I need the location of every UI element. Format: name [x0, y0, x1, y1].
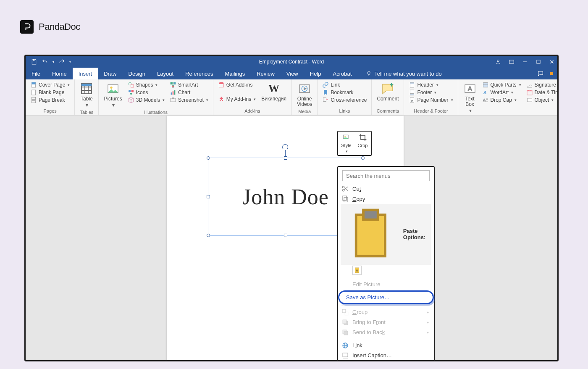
tell-me-label: Tell me what you want to do: [374, 71, 441, 77]
resize-handle[interactable]: [207, 156, 210, 160]
crop-button[interactable]: Crop: [354, 133, 371, 153]
wikipedia-icon: W: [267, 82, 281, 95]
smartart-button[interactable]: SmartArt: [168, 81, 210, 89]
menu-save-as-picture[interactable]: Save as Picture…: [338, 290, 434, 304]
pandadoc-logo-icon: [20, 20, 34, 34]
tab-mailings[interactable]: Mailings: [219, 68, 251, 79]
pictures-icon: [106, 82, 120, 95]
account-icon[interactable]: [495, 59, 501, 65]
scissors-icon: [341, 185, 349, 192]
header-button[interactable]: Header▾: [407, 81, 454, 89]
object-button[interactable]: Object▾: [525, 96, 559, 104]
tab-view[interactable]: View: [281, 68, 304, 79]
quick-parts-icon: [482, 82, 489, 88]
copy-icon: [341, 195, 349, 203]
undo-dropdown-icon[interactable]: ▾: [52, 60, 54, 64]
ribbon-display-icon[interactable]: [509, 59, 514, 65]
tab-acrobat[interactable]: Acrobat: [327, 68, 358, 79]
bookmark-button[interactable]: Bookmark: [321, 89, 368, 96]
tell-me-search[interactable]: Tell me what you want to do: [357, 68, 441, 79]
save-icon[interactable]: [31, 58, 37, 65]
chart-button[interactable]: Chart: [168, 89, 210, 96]
menu-wrap-text[interactable]: Wrap Text▸: [341, 361, 431, 361]
store-icon: [218, 82, 225, 88]
tab-references[interactable]: References: [179, 68, 219, 79]
menu-copy[interactable]: Copy: [341, 194, 431, 204]
resize-handle[interactable]: [284, 156, 287, 160]
svg-rect-25: [171, 82, 173, 84]
comment-icon[interactable]: [537, 70, 544, 77]
qat-customize-icon[interactable]: ▾: [69, 60, 71, 64]
maximize-icon[interactable]: [536, 59, 541, 65]
close-icon[interactable]: [549, 59, 555, 65]
tab-draw[interactable]: Draw: [98, 68, 122, 79]
page-number-button[interactable]: #Page Number▾: [407, 96, 454, 104]
comment-button[interactable]: Comment: [375, 81, 400, 108]
shapes-button[interactable]: Shapes▾: [126, 81, 166, 89]
svg-text:A: A: [356, 269, 358, 272]
context-menu: Cut Copy Paste Options: A Edit Picture: [337, 166, 435, 361]
tab-home[interactable]: Home: [46, 68, 73, 79]
rotate-handle[interactable]: [282, 144, 288, 150]
resize-handle[interactable]: [284, 234, 287, 237]
redo-icon[interactable]: [58, 58, 65, 65]
cross-reference-button[interactable]: Cross-reference: [321, 96, 368, 104]
footer-button[interactable]: Footer▾: [407, 89, 454, 96]
text-box-button[interactable]: A Text Box▾: [462, 81, 478, 115]
style-button[interactable]: Style▾: [338, 133, 354, 153]
blank-page-button[interactable]: Blank Page: [29, 89, 71, 96]
tab-insert[interactable]: Insert: [73, 68, 98, 79]
quick-parts-button[interactable]: Quick Parts▾: [481, 81, 522, 89]
my-addins-button[interactable]: My Add-ins▾: [217, 95, 257, 103]
tab-review[interactable]: Review: [251, 68, 281, 79]
menu-insert-caption[interactable]: Insert Caption…: [341, 351, 431, 361]
cross-ref-icon: [322, 97, 329, 103]
resize-handle[interactable]: [361, 156, 365, 160]
3d-models-button[interactable]: 3D Models▾: [126, 96, 166, 104]
resize-handle[interactable]: [207, 234, 210, 237]
screenshot-button[interactable]: Screenshot▾: [168, 96, 210, 104]
svg-rect-40: [410, 82, 414, 84]
tab-layout[interactable]: Layout: [151, 68, 179, 79]
date-time-button[interactable]: Date & Time: [525, 89, 559, 96]
menu-search-input[interactable]: [342, 170, 430, 181]
online-videos-button[interactable]: Online Videos: [295, 81, 314, 108]
svg-rect-0: [33, 59, 34, 61]
table-button[interactable]: Table▾: [78, 81, 95, 109]
svg-rect-60: [527, 98, 532, 102]
icons-button[interactable]: Icons: [126, 89, 166, 96]
menu-link[interactable]: Link: [341, 340, 431, 351]
blank-page-icon: [30, 89, 37, 96]
drop-cap-icon: A: [482, 97, 489, 103]
wikipedia-button[interactable]: W Википедия: [260, 81, 288, 108]
link-button[interactable]: Link: [321, 81, 368, 89]
svg-rect-31: [171, 98, 176, 102]
undo-icon[interactable]: [42, 58, 48, 65]
resize-handle[interactable]: [207, 195, 210, 198]
svg-point-62: [344, 136, 346, 137]
smartart-icon: [170, 82, 176, 88]
get-addins-button[interactable]: Get Add-ins: [217, 81, 257, 89]
group-media: Online Videos Media: [292, 79, 318, 115]
minimize-icon[interactable]: [522, 59, 528, 65]
signature-line-button[interactable]: Signature Line▾: [525, 81, 559, 89]
wordart-button[interactable]: AWordArt▾: [481, 89, 522, 96]
tab-help[interactable]: Help: [304, 68, 327, 79]
cover-page-button[interactable]: Cover Page▾: [29, 81, 71, 89]
menu-cut[interactable]: Cut: [341, 184, 431, 194]
text-box-icon: A: [463, 82, 477, 95]
svg-rect-28: [171, 92, 172, 95]
tab-file[interactable]: File: [26, 68, 46, 79]
drop-cap-button[interactable]: ADrop Cap▾: [481, 96, 522, 104]
paste-keep-text-button[interactable]: A: [352, 266, 362, 275]
document-area[interactable]: John Doe Style▾ Crop: [26, 116, 557, 360]
page-break-button[interactable]: Page Break: [29, 96, 71, 104]
pictures-button[interactable]: Pictures▾: [102, 81, 123, 109]
group-label: Comments: [375, 108, 400, 115]
svg-point-64: [342, 190, 344, 192]
pandadoc-brand: PandaDoc: [20, 20, 80, 34]
tab-design[interactable]: Design: [123, 68, 151, 79]
bookmark-icon: [322, 89, 329, 96]
notification-dot-icon[interactable]: [550, 72, 553, 75]
svg-rect-70: [363, 210, 378, 220]
